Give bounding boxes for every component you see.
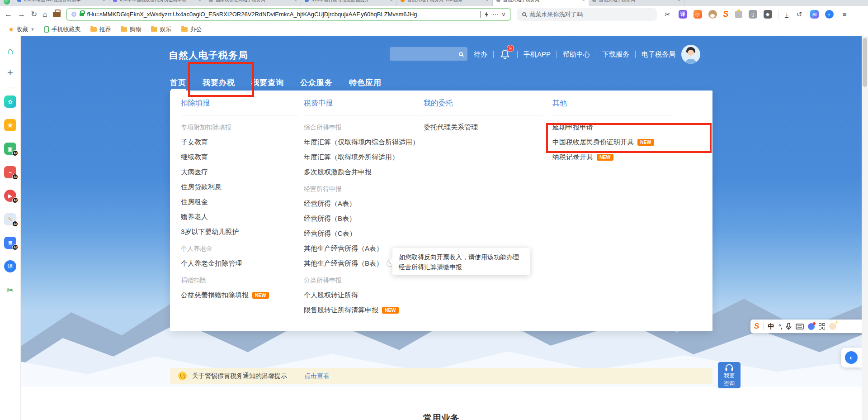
ai-assistant-icon[interactable]: AI	[810, 10, 819, 19]
search-suggestion[interactable]: 蔬菜水果你洗对了吗	[530, 10, 583, 19]
new-tab-plus-icon[interactable]: +	[7, 68, 13, 78]
menu-icon[interactable]: ≡	[840, 10, 849, 19]
close-icon[interactable]: ×	[678, 0, 680, 3]
bookmark-folder-entertainment[interactable]: 娱乐	[148, 25, 174, 33]
address-bar[interactable]: fHu=sMMKDGlqEknX_xWsdyzrr.Ux4ac0agiO_ESs…	[66, 8, 511, 21]
close-icon[interactable]: ×	[582, 0, 585, 3]
help-center-link[interactable]: 帮助中心	[563, 50, 590, 59]
reading-mode-icon[interactable]: ▯	[749, 10, 757, 19]
nav-item[interactable]: 我要查询	[251, 74, 284, 91]
screenshot-scissors-icon[interactable]: ✂	[663, 10, 672, 19]
bookmark-phone-folder[interactable]: 手机收藏夹	[42, 25, 83, 33]
consult-button[interactable]: 我要 咨询	[718, 362, 741, 388]
menu-item[interactable]: 委托代理关系管理	[424, 120, 542, 135]
nav-item[interactable]: 特色应用	[349, 74, 382, 91]
page-scrollbar[interactable]	[862, 36, 868, 420]
punctuation-icon[interactable]: °,	[778, 323, 782, 330]
etax-bureau-link[interactable]: 电子税务局	[642, 50, 675, 59]
menu-item[interactable]: 年度汇算（仅取得境内综合所得适用）	[304, 135, 422, 150]
bookmark-folder-shopping[interactable]: 购物	[118, 25, 144, 33]
write-ai-icon[interactable]: ✎AI	[4, 213, 16, 225]
favorites-star-icon[interactable]: ★	[4, 119, 16, 131]
site-mode-icon[interactable]	[71, 12, 76, 17]
pet-husky-icon[interactable]	[708, 10, 717, 19]
browser-tab[interactable]: 自然人电子税务局_360搜索 ×	[397, 0, 493, 6]
download-icon[interactable]: ↓	[785, 10, 789, 19]
pdf-ai-icon[interactable]: ⌁AI	[4, 166, 16, 178]
browser-tab[interactable]: IGX中中国税收居民身份证明申请 ×	[109, 0, 205, 6]
nav-item[interactable]: 首页	[170, 74, 186, 91]
video-ai-icon[interactable]: ▶AI	[4, 190, 16, 202]
browser-logo-icon[interactable]	[4, 0, 10, 5]
browser-tab[interactable]: 国家税务总局电子税务局 ×	[205, 0, 301, 6]
download-service-link[interactable]: 下载服务	[602, 50, 629, 59]
menu-item[interactable]: 经营所得（C表）	[304, 226, 422, 241]
menu-item[interactable]: 公益慈善捐赠扣除填报 NEW	[181, 288, 299, 303]
menu-item[interactable]: 住房租金	[181, 195, 299, 210]
menu-item[interactable]: 住房贷款利息	[181, 180, 299, 195]
browser-tab[interactable]: 自然人电子税务局 ×	[493, 0, 589, 6]
bookmark-folder-office[interactable]: 办公	[179, 25, 204, 33]
browser-tab[interactable]: 自然人电子税务局 ×	[589, 0, 684, 6]
keyboard-icon[interactable]	[796, 324, 804, 329]
menu-item[interactable]: 个人养老金扣除管理	[181, 256, 299, 271]
home-icon[interactable]: ⌂	[42, 10, 47, 18]
browser-tab[interactable]: IGX中银行账号信息数据提升 ×	[301, 0, 397, 6]
todo-link[interactable]: 待办	[474, 50, 487, 59]
extensions-puzzle-icon[interactable]: ◆	[764, 10, 772, 19]
clip-scissors-icon[interactable]: ✂	[4, 284, 16, 296]
url-text[interactable]: fHu=sMMKDGlqEknX_xWsdyzrr.Ux4ac0agiO_ESs…	[87, 11, 477, 18]
menu-item[interactable]: 个人股权转让所得	[304, 288, 422, 303]
undo-icon[interactable]: ↺	[795, 10, 804, 19]
back-icon[interactable]: ←	[5, 10, 12, 18]
games-icon[interactable]: ◎	[693, 10, 702, 19]
emoji-face-icon[interactable]	[829, 323, 836, 330]
menu-item[interactable]: 3岁以下婴幼儿照护	[181, 224, 299, 239]
bookmark-favorites[interactable]: ★ 收藏 ▼	[5, 25, 37, 33]
scrollbar-thumb[interactable]	[863, 38, 867, 87]
menu-item[interactable]: 限售股转让所得清算申报 NEW	[304, 303, 422, 318]
menu-item[interactable]: 赡养老人	[181, 210, 299, 224]
lightning-icon[interactable]	[484, 11, 489, 18]
notice-view-link[interactable]: 点击查看	[304, 372, 330, 380]
image-ai-icon[interactable]: ▣AI	[4, 143, 16, 155]
refresh-icon[interactable]: ↻	[31, 10, 37, 18]
menu-item[interactable]: 经营所得（A表）	[304, 196, 422, 211]
more-dots-icon[interactable]: ⋯	[492, 11, 498, 18]
menu-item[interactable]: 继续教育	[181, 150, 299, 165]
close-icon[interactable]: ×	[103, 0, 105, 3]
edge-float-widget[interactable]: ◐	[841, 348, 862, 368]
close-icon[interactable]: ×	[294, 0, 297, 3]
user-avatar[interactable]	[681, 45, 700, 64]
collect-tool-icon[interactable]: ✿	[4, 95, 16, 108]
menu-item[interactable]: 多次股权激励合并申报	[304, 165, 422, 180]
bookmark-folder-recommend[interactable]: 推荐	[88, 25, 113, 33]
notification-bell[interactable]: 9	[500, 48, 511, 61]
menu-item[interactable]: 大病医疗	[181, 165, 299, 180]
menu-item[interactable]: 经营所得（B表）	[304, 211, 422, 226]
workspace-briefcase-icon[interactable]	[53, 12, 61, 17]
chinese-mode-icon[interactable]: 中	[768, 322, 774, 331]
apps-grid-icon[interactable]	[819, 323, 825, 329]
close-icon[interactable]: ×	[198, 0, 201, 3]
site-search-box[interactable]	[390, 47, 467, 61]
chevron-down-icon[interactable]: ∨	[501, 11, 506, 18]
ai-blob-icon[interactable]	[808, 323, 815, 330]
ime-toolbar[interactable]: S 中 °,	[750, 320, 862, 333]
browser-tab[interactable]: IGX中增值VAT注册资料清单 ×	[14, 0, 109, 6]
browser-search-box[interactable]: 蔬菜水果你洗对了吗	[517, 8, 657, 21]
menu-item[interactable]: 年度汇算（取得境外所得适用）	[304, 150, 422, 165]
home-icon[interactable]: ⌂	[7, 46, 13, 56]
forward-icon[interactable]: →	[18, 10, 25, 18]
mobile-app-link[interactable]: 手机APP	[524, 50, 551, 59]
sogou-search-icon[interactable]: S	[723, 10, 729, 19]
translate-icon[interactable]: 译	[679, 10, 687, 19]
browser-share-icon[interactable]: ◐	[825, 10, 834, 19]
learning-icon[interactable]	[735, 11, 742, 18]
translate-bubble-icon[interactable]: 译	[4, 260, 16, 272]
nav-item[interactable]: 公众服务	[300, 74, 333, 91]
sogou-logo-icon[interactable]: S	[754, 322, 759, 331]
menu-item[interactable]: 子女教育	[181, 135, 299, 150]
close-icon[interactable]: ×	[390, 0, 393, 3]
microphone-icon[interactable]	[786, 323, 792, 330]
